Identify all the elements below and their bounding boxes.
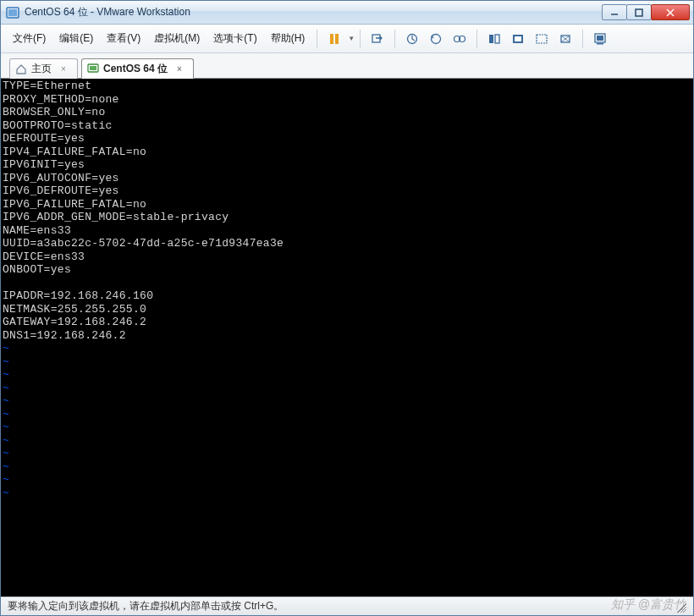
app-window: CentOS 64 位 - VMware Workstation 文件(F) 编… [0, 0, 694, 616]
terminal-empty-line: ~ [3, 473, 691, 487]
menu-view[interactable]: 查看(V) [100, 28, 147, 49]
svg-rect-3 [636, 9, 642, 16]
terminal-line: IPV6INIT=yes [3, 158, 691, 172]
revert-button[interactable] [425, 28, 447, 50]
terminal-line: IPV6_AUTOCONF=yes [3, 172, 691, 185]
terminal-line: GATEWAY=192.168.246.2 [3, 316, 691, 329]
svg-rect-23 [90, 66, 96, 70]
close-button[interactable] [651, 4, 690, 20]
resize-grip-icon[interactable] [675, 601, 686, 613]
terminal-line [3, 277, 691, 290]
minimize-button[interactable] [602, 4, 627, 20]
menu-file[interactable]: 文件(F) [6, 28, 52, 49]
tab-close-icon[interactable]: × [58, 64, 69, 74]
stretch-button[interactable] [554, 28, 576, 50]
svg-rect-14 [495, 35, 499, 43]
tab-home[interactable]: 主页 × [9, 58, 78, 79]
separator [476, 30, 477, 48]
terminal-line: BROWSER_ONLY=no [3, 106, 691, 119]
tab-home-label: 主页 [31, 62, 52, 76]
svg-rect-16 [515, 36, 521, 41]
snapshot-button[interactable] [401, 28, 423, 50]
terminal-empty-line: ~ [3, 447, 691, 460]
separator [317, 30, 317, 48]
terminal-empty-line: ~ [3, 408, 691, 421]
window-title: CentOS 64 位 - VMware Workstation [25, 5, 603, 19]
terminal-line: BOOTPROTO=static [3, 119, 691, 133]
menu-tabs[interactable]: 选项卡(T) [207, 28, 263, 49]
fullscreen-button[interactable] [507, 28, 529, 50]
svg-rect-6 [330, 34, 333, 44]
terminal-empty-line: ~ [3, 434, 691, 448]
thumbnail-button[interactable] [483, 28, 505, 50]
svg-rect-7 [335, 34, 339, 44]
send-button[interactable] [366, 28, 388, 50]
terminal-line: IPV6_ADDR_GEN_MODE=stable-privacy [3, 211, 691, 224]
separator [394, 30, 395, 48]
titlebar[interactable]: CentOS 64 位 - VMware Workstation [1, 1, 693, 25]
terminal-empty-line: ~ [3, 460, 691, 474]
app-icon [6, 6, 19, 19]
terminal-line: DEVICE=ens33 [3, 250, 691, 264]
window-controls [603, 4, 690, 20]
svg-rect-13 [489, 35, 493, 43]
terminal-line: IPV4_FAILURE_FATAL=no [3, 146, 691, 159]
terminal-line: IPADDR=192.168.246.160 [3, 289, 691, 303]
terminal-line: PROXY_METHOD=none [3, 93, 691, 107]
unity-button[interactable] [531, 28, 553, 50]
library-button[interactable] [589, 28, 611, 50]
terminal-empty-line: ~ [3, 487, 691, 500]
svg-rect-17 [537, 35, 547, 43]
terminal-line: IPV6_DEFROUTE=yes [3, 184, 691, 198]
tab-vm-label: CentOS 64 位 [103, 62, 168, 76]
menu-vm[interactable]: 虚拟机(M) [147, 28, 207, 49]
svg-rect-21 [597, 43, 603, 45]
terminal-line: ONBOOT=yes [3, 263, 691, 277]
menu-help[interactable]: 帮助(H) [264, 28, 312, 49]
statusbar-text: 要将输入定向到该虚拟机，请在虚拟机内部单击或按 Ctrl+G。 [8, 599, 284, 613]
terminal-empty-line: ~ [3, 342, 691, 355]
pause-button[interactable] [323, 28, 345, 50]
menubar: 文件(F) 编辑(E) 查看(V) 虚拟机(M) 选项卡(T) 帮助(H) ▼ [1, 25, 693, 53]
separator [582, 30, 583, 48]
manage-snapshots-button[interactable] [449, 28, 471, 50]
home-icon [15, 63, 27, 75]
terminal-line: UUID=a3abc22c-5702-47dd-a25c-e71d9347ea3… [3, 237, 691, 250]
terminal-empty-line: ~ [3, 421, 691, 434]
separator [360, 30, 361, 48]
svg-rect-1 [8, 9, 17, 16]
menu-edit[interactable]: 编辑(E) [52, 28, 100, 49]
terminal-vm-console[interactable]: TYPE=EthernetPROXY_METHOD=noneBROWSER_ON… [1, 79, 693, 597]
terminal-line: TYPE=Ethernet [3, 80, 691, 93]
terminal-empty-line: ~ [3, 355, 691, 369]
maximize-button[interactable] [626, 4, 652, 20]
pause-dropdown-icon[interactable]: ▼ [348, 35, 355, 42]
terminal-empty-line: ~ [3, 368, 691, 382]
svg-rect-20 [597, 36, 603, 41]
statusbar: 要将输入定向到该虚拟机，请在虚拟机内部单击或按 Ctrl+G。 [1, 597, 693, 615]
terminal-line: DNS1=192.168.246.2 [3, 329, 691, 343]
tab-vm[interactable]: CentOS 64 位 × [81, 58, 194, 79]
terminal-line: NAME=ens33 [3, 224, 691, 238]
terminal-line: IPV6_FAILURE_FATAL=no [3, 198, 691, 212]
terminal-line: DEFROUTE=yes [3, 132, 691, 146]
terminal-empty-line: ~ [3, 382, 691, 395]
vm-icon [87, 63, 99, 74]
tabbar: 主页 × CentOS 64 位 × [1, 53, 693, 79]
terminal-line: NETMASK=255.255.255.0 [3, 303, 691, 316]
tab-close-icon[interactable]: × [174, 63, 185, 74]
terminal-empty-line: ~ [3, 394, 691, 408]
